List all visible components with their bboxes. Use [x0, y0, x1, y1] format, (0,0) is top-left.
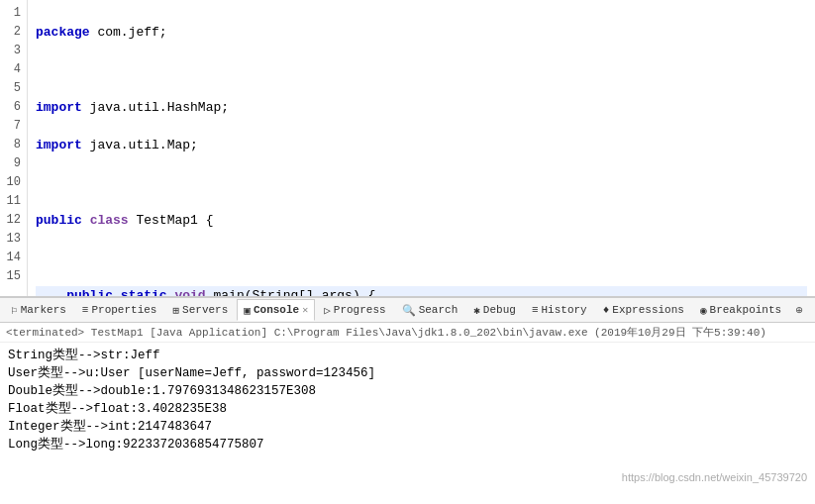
line-numbers: 1 2 3 4 5 6 7 8 9 10 11 12 13 14 15	[0, 0, 28, 296]
code-editor: 1 2 3 4 5 6 7 8 9 10 11 12 13 14 15 pack…	[0, 0, 815, 297]
watermark: https://blog.csdn.net/weixin_45739720	[622, 471, 807, 483]
console-output: String类型-->str:JeffUser类型-->u:User [user…	[0, 343, 815, 457]
code-scrollbar[interactable]	[0, 296, 815, 297]
tab-search-label: Search	[419, 304, 458, 316]
markers-icon: ⚐	[11, 304, 18, 317]
tab-expressions[interactable]: ♦ Expressions	[596, 299, 691, 321]
tab-history[interactable]: ≡ History	[525, 299, 594, 321]
servers-icon: ⊞	[172, 304, 179, 317]
tab-debug[interactable]: ✱ Debug	[466, 299, 523, 321]
breakpoints-icon: ◉	[700, 304, 707, 317]
tab-progress-label: Progress	[334, 304, 386, 316]
tab-markers-label: Markers	[21, 304, 66, 316]
search-icon: 🔍	[402, 304, 416, 317]
console-line: User类型-->u:User [userName=Jeff, password…	[8, 364, 807, 382]
console-icon: ▣	[244, 304, 251, 317]
tab-properties[interactable]: ≡ Properties	[75, 299, 164, 321]
tab-search[interactable]: 🔍 Search	[395, 299, 465, 321]
tab-servers-label: Servers	[182, 304, 228, 316]
console-line: Integer类型-->int:2147483647	[8, 418, 807, 436]
properties-icon: ≡	[82, 304, 89, 316]
tab-expressions-label: Expressions	[612, 304, 684, 316]
toolbar-btn-1[interactable]: ⊕	[790, 301, 808, 319]
tab-console[interactable]: ▣ Console ✕	[237, 299, 315, 321]
tab-console-label: Console	[254, 304, 299, 316]
tab-breakpoints-label: Breakpoints	[710, 304, 782, 316]
console-line: String类型-->str:Jeff	[8, 347, 807, 364]
progress-icon: ▷	[324, 304, 331, 317]
history-icon: ≡	[532, 304, 539, 316]
toolbar-btn-2[interactable]: ■	[809, 301, 815, 319]
console-close-icon[interactable]: ✕	[302, 304, 308, 316]
tab-servers[interactable]: ⊞ Servers	[165, 299, 235, 321]
terminated-text: <terminated> TestMap1 [Java Application]…	[6, 327, 766, 339]
tab-debug-label: Debug	[483, 304, 516, 316]
tab-history-label: History	[541, 304, 586, 316]
bottom-area: <terminated> TestMap1 [Java Application]…	[0, 323, 815, 491]
tab-progress[interactable]: ▷ Progress	[317, 299, 392, 321]
code-content[interactable]: package com.jeff; import java.util.HashM…	[28, 0, 815, 296]
expressions-icon: ♦	[603, 304, 610, 316]
tab-properties-label: Properties	[91, 304, 156, 316]
tab-breakpoints[interactable]: ◉ Breakpoints	[693, 299, 788, 321]
tab-markers[interactable]: ⚐ Markers	[4, 299, 73, 321]
debug-icon: ✱	[473, 304, 480, 317]
console-line: Double类型-->double:1.7976931348623157E308	[8, 382, 807, 400]
terminated-bar: <terminated> TestMap1 [Java Application]…	[0, 323, 815, 343]
console-line: Float类型-->float:3.4028235E38	[8, 400, 807, 418]
console-line: Long类型-->long:9223372036854775807	[8, 436, 807, 454]
tab-bar: ⚐ Markers ≡ Properties ⊞ Servers ▣ Conso…	[0, 297, 815, 323]
toolbar-right: ⊕ ■ ■ ✕ ≫ ≪ ⊡ 📌	[790, 301, 815, 319]
